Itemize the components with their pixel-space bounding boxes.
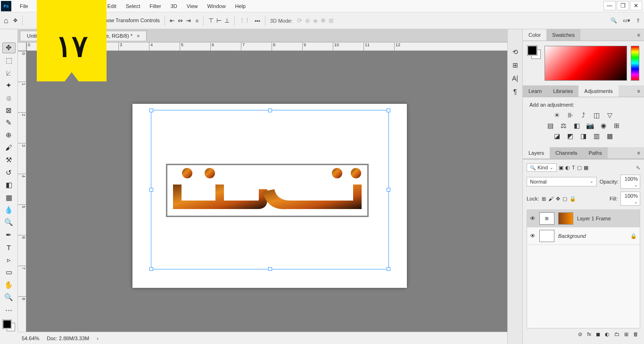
- close-tab-icon[interactable]: ×: [137, 33, 140, 39]
- delete-icon[interactable]: 🗑: [633, 331, 638, 337]
- menu-view[interactable]: View: [182, 3, 203, 9]
- new-layer-icon[interactable]: ⊞: [624, 331, 628, 337]
- window-maximize[interactable]: ❐: [617, 1, 629, 10]
- blend-mode-select[interactable]: Normal⌄: [527, 177, 597, 186]
- stamp-tool[interactable]: ⚒: [2, 155, 16, 165]
- panel-menu-icon[interactable]: ≡: [634, 29, 644, 41]
- tab-channels[interactable]: Channels: [550, 147, 583, 159]
- layer-name[interactable]: Background: [558, 233, 586, 239]
- share-icon[interactable]: ⇪: [636, 17, 640, 24]
- eyedropper-tool[interactable]: ✎: [2, 117, 16, 128]
- window-minimize[interactable]: —: [603, 1, 616, 10]
- exposure-icon[interactable]: ◫: [593, 111, 601, 119]
- edit-toolbar[interactable]: ⋯: [2, 304, 16, 315]
- wand-tool[interactable]: ✦: [2, 80, 16, 90]
- menu-select[interactable]: Select: [121, 3, 145, 9]
- lock-all-icon[interactable]: 🔒: [570, 196, 576, 202]
- align-extra-icon[interactable]: ≡: [196, 18, 198, 24]
- eraser-tool[interactable]: ◧: [2, 180, 16, 190]
- filter-adj-icon[interactable]: ◐: [565, 165, 570, 171]
- frame-tool[interactable]: ⊠: [2, 105, 16, 115]
- visibility-icon[interactable]: 👁: [530, 233, 536, 239]
- path-tool[interactable]: ▹: [2, 255, 16, 265]
- transform-handle[interactable]: [387, 267, 390, 271]
- filter-pixel-icon[interactable]: ▣: [559, 165, 563, 171]
- distribute-icon[interactable]: ⋮⋮: [239, 17, 250, 24]
- heal-tool[interactable]: ⊕: [2, 130, 16, 140]
- lasso-tool[interactable]: ⟀: [2, 67, 16, 78]
- transform-handle[interactable]: [149, 267, 153, 271]
- lookup-icon[interactable]: ⊞: [612, 122, 621, 129]
- align-top-icon[interactable]: ⊤: [208, 17, 214, 24]
- layer-item[interactable]: 👁 Background 🔒: [527, 227, 640, 245]
- type-tool[interactable]: T: [2, 242, 16, 252]
- layer-name[interactable]: Layer 1 Frame: [577, 216, 611, 221]
- pen-tool[interactable]: ✒: [2, 230, 16, 240]
- lock-icon[interactable]: 🔒: [630, 233, 637, 239]
- photo-filter-icon[interactable]: 📷: [586, 122, 594, 129]
- hand-tool[interactable]: ✋: [2, 279, 16, 290]
- gradient-tool[interactable]: ▦: [2, 192, 16, 202]
- menu-3d[interactable]: 3D: [166, 3, 182, 9]
- transform-handle[interactable]: [149, 109, 153, 112]
- link-icon[interactable]: ⊘: [578, 331, 582, 337]
- mixer-icon[interactable]: ◉: [599, 122, 608, 129]
- bw-icon[interactable]: ◧: [573, 122, 581, 129]
- lock-position-icon[interactable]: ✥: [556, 196, 560, 202]
- search-icon[interactable]: 🔍: [611, 17, 617, 24]
- tab-adjustments[interactable]: Adjustments: [578, 85, 619, 97]
- transform-handle[interactable]: [149, 188, 153, 192]
- filter-shape-icon[interactable]: ▢: [577, 165, 582, 171]
- balance-icon[interactable]: ⚖: [560, 122, 568, 129]
- character-icon[interactable]: A|: [512, 75, 518, 82]
- tab-layers[interactable]: Layers: [523, 147, 550, 159]
- group-icon[interactable]: 🗀: [614, 331, 619, 337]
- doc-info[interactable]: Doc: 2.88M/3.33M: [47, 336, 89, 341]
- transform-handle[interactable]: [387, 109, 390, 112]
- tab-libraries[interactable]: Libraries: [547, 85, 578, 97]
- crop-tool[interactable]: ⟃: [2, 92, 16, 103]
- transform-handle[interactable]: [268, 267, 272, 271]
- threed-icon-1[interactable]: ⟳: [297, 17, 302, 24]
- hue-icon[interactable]: ▤: [546, 122, 555, 129]
- visibility-icon[interactable]: 👁: [530, 215, 536, 222]
- doc-menu-caret[interactable]: ›: [97, 336, 99, 341]
- filter-type-icon[interactable]: T: [572, 165, 575, 170]
- threed-icon-2[interactable]: ⊕: [305, 17, 310, 24]
- threed-icon-3[interactable]: ◈: [313, 17, 318, 24]
- move-tool[interactable]: ✥: [2, 42, 16, 53]
- align-center-icon[interactable]: ⇔: [178, 17, 183, 24]
- workspace-icon[interactable]: ▭▾: [623, 17, 630, 24]
- fx-icon[interactable]: fx: [587, 331, 591, 337]
- history-icon[interactable]: ⟲: [512, 48, 518, 56]
- hue-slider[interactable]: [631, 46, 639, 81]
- opacity-input[interactable]: 100% ⌄: [620, 175, 640, 189]
- shape-tool[interactable]: ▭: [2, 267, 16, 277]
- tab-paths[interactable]: Paths: [583, 147, 608, 159]
- curves-icon[interactable]: ⤴: [579, 111, 588, 119]
- tab-color[interactable]: Color: [523, 29, 546, 41]
- align-middle-icon[interactable]: ⊢: [216, 17, 222, 24]
- menu-window[interactable]: Window: [202, 3, 230, 9]
- more-icon[interactable]: •••: [255, 18, 260, 24]
- align-bottom-icon[interactable]: ⊥: [224, 17, 230, 24]
- properties-icon[interactable]: ⊞: [512, 61, 518, 69]
- filter-smart-icon[interactable]: ▦: [584, 165, 588, 171]
- mask-icon[interactable]: ◼: [596, 331, 600, 337]
- fill-input[interactable]: 100% ⌄: [620, 192, 640, 206]
- lock-pixels-icon[interactable]: 🖌: [548, 196, 553, 202]
- layer-item[interactable]: 👁 ⊠ Layer 1 Frame: [527, 210, 640, 227]
- brush-tool[interactable]: 🖌: [2, 143, 16, 153]
- blur-tool[interactable]: 💧: [2, 205, 16, 215]
- adjustment-icon[interactable]: ◐: [605, 331, 610, 337]
- lock-artboard-icon[interactable]: ▢: [562, 196, 567, 202]
- zoom-tool[interactable]: 🔍: [2, 292, 16, 302]
- threed-icon-4[interactable]: ❋: [321, 17, 326, 24]
- gradient-map-icon[interactable]: ▥: [593, 132, 601, 140]
- tab-learn[interactable]: Learn: [523, 85, 547, 97]
- brightness-icon[interactable]: ☀: [553, 111, 561, 119]
- filter-toggle-icon[interactable]: ⬁: [636, 165, 640, 171]
- filter-kind-select[interactable]: 🔍 Kind ⌄: [527, 163, 557, 172]
- menu-filter[interactable]: Filter: [145, 3, 165, 9]
- levels-icon[interactable]: ⊪: [566, 111, 575, 119]
